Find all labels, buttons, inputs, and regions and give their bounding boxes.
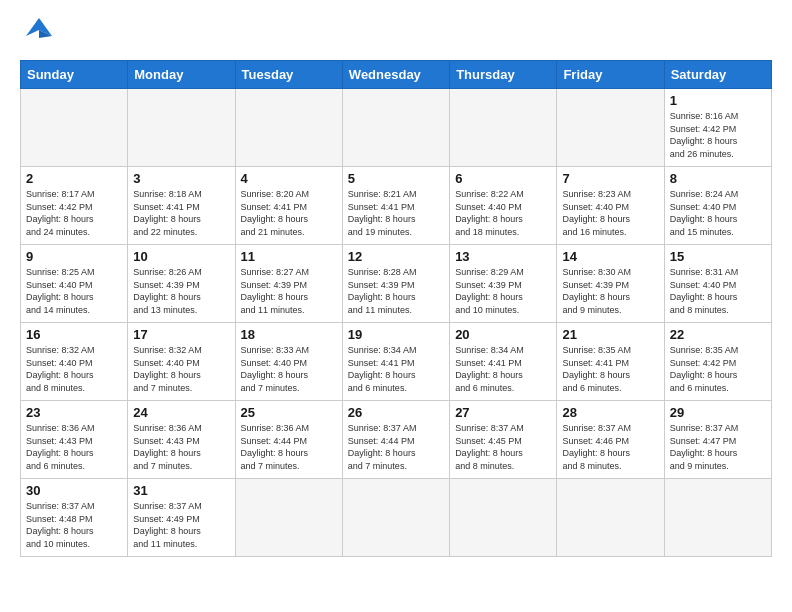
day-info: Sunrise: 8:27 AM Sunset: 4:39 PM Dayligh… — [241, 266, 337, 316]
day-number: 25 — [241, 405, 337, 420]
weekday-header-monday: Monday — [128, 61, 235, 89]
day-info: Sunrise: 8:25 AM Sunset: 4:40 PM Dayligh… — [26, 266, 122, 316]
day-info: Sunrise: 8:32 AM Sunset: 4:40 PM Dayligh… — [133, 344, 229, 394]
calendar-cell — [557, 89, 664, 167]
calendar-cell — [450, 89, 557, 167]
day-info: Sunrise: 8:16 AM Sunset: 4:42 PM Dayligh… — [670, 110, 766, 160]
day-info: Sunrise: 8:31 AM Sunset: 4:40 PM Dayligh… — [670, 266, 766, 316]
calendar-cell — [128, 89, 235, 167]
calendar-cell: 22Sunrise: 8:35 AM Sunset: 4:42 PM Dayli… — [664, 323, 771, 401]
calendar-cell: 16Sunrise: 8:32 AM Sunset: 4:40 PM Dayli… — [21, 323, 128, 401]
day-info: Sunrise: 8:37 AM Sunset: 4:45 PM Dayligh… — [455, 422, 551, 472]
page-container: SundayMondayTuesdayWednesdayThursdayFrid… — [0, 0, 792, 612]
calendar-cell: 25Sunrise: 8:36 AM Sunset: 4:44 PM Dayli… — [235, 401, 342, 479]
day-info: Sunrise: 8:35 AM Sunset: 4:41 PM Dayligh… — [562, 344, 658, 394]
day-number: 15 — [670, 249, 766, 264]
day-info: Sunrise: 8:21 AM Sunset: 4:41 PM Dayligh… — [348, 188, 444, 238]
calendar-cell: 1Sunrise: 8:16 AM Sunset: 4:42 PM Daylig… — [664, 89, 771, 167]
day-info: Sunrise: 8:36 AM Sunset: 4:43 PM Dayligh… — [26, 422, 122, 472]
calendar-cell: 31Sunrise: 8:37 AM Sunset: 4:49 PM Dayli… — [128, 479, 235, 557]
day-info: Sunrise: 8:36 AM Sunset: 4:44 PM Dayligh… — [241, 422, 337, 472]
calendar-row: 2Sunrise: 8:17 AM Sunset: 4:42 PM Daylig… — [21, 167, 772, 245]
calendar-table: SundayMondayTuesdayWednesdayThursdayFrid… — [20, 60, 772, 557]
calendar-cell: 13Sunrise: 8:29 AM Sunset: 4:39 PM Dayli… — [450, 245, 557, 323]
calendar-cell: 27Sunrise: 8:37 AM Sunset: 4:45 PM Dayli… — [450, 401, 557, 479]
day-number: 17 — [133, 327, 229, 342]
calendar-cell — [664, 479, 771, 557]
day-number: 11 — [241, 249, 337, 264]
day-info: Sunrise: 8:32 AM Sunset: 4:40 PM Dayligh… — [26, 344, 122, 394]
weekday-header-row: SundayMondayTuesdayWednesdayThursdayFrid… — [21, 61, 772, 89]
calendar-cell: 23Sunrise: 8:36 AM Sunset: 4:43 PM Dayli… — [21, 401, 128, 479]
weekday-header-sunday: Sunday — [21, 61, 128, 89]
day-info: Sunrise: 8:24 AM Sunset: 4:40 PM Dayligh… — [670, 188, 766, 238]
day-number: 10 — [133, 249, 229, 264]
calendar-cell: 21Sunrise: 8:35 AM Sunset: 4:41 PM Dayli… — [557, 323, 664, 401]
calendar-row: 1Sunrise: 8:16 AM Sunset: 4:42 PM Daylig… — [21, 89, 772, 167]
day-number: 9 — [26, 249, 122, 264]
calendar-cell: 18Sunrise: 8:33 AM Sunset: 4:40 PM Dayli… — [235, 323, 342, 401]
day-number: 4 — [241, 171, 337, 186]
calendar-cell: 3Sunrise: 8:18 AM Sunset: 4:41 PM Daylig… — [128, 167, 235, 245]
calendar-cell: 8Sunrise: 8:24 AM Sunset: 4:40 PM Daylig… — [664, 167, 771, 245]
day-info: Sunrise: 8:23 AM Sunset: 4:40 PM Dayligh… — [562, 188, 658, 238]
calendar-cell: 4Sunrise: 8:20 AM Sunset: 4:41 PM Daylig… — [235, 167, 342, 245]
day-number: 22 — [670, 327, 766, 342]
calendar-cell: 2Sunrise: 8:17 AM Sunset: 4:42 PM Daylig… — [21, 167, 128, 245]
calendar-cell — [342, 479, 449, 557]
weekday-header-saturday: Saturday — [664, 61, 771, 89]
day-info: Sunrise: 8:33 AM Sunset: 4:40 PM Dayligh… — [241, 344, 337, 394]
day-number: 2 — [26, 171, 122, 186]
weekday-header-wednesday: Wednesday — [342, 61, 449, 89]
calendar-cell: 14Sunrise: 8:30 AM Sunset: 4:39 PM Dayli… — [557, 245, 664, 323]
day-number: 31 — [133, 483, 229, 498]
calendar-cell — [21, 89, 128, 167]
day-number: 20 — [455, 327, 551, 342]
day-number: 14 — [562, 249, 658, 264]
day-number: 28 — [562, 405, 658, 420]
day-info: Sunrise: 8:34 AM Sunset: 4:41 PM Dayligh… — [348, 344, 444, 394]
day-info: Sunrise: 8:37 AM Sunset: 4:47 PM Dayligh… — [670, 422, 766, 472]
day-number: 26 — [348, 405, 444, 420]
calendar-cell: 19Sunrise: 8:34 AM Sunset: 4:41 PM Dayli… — [342, 323, 449, 401]
calendar-cell: 6Sunrise: 8:22 AM Sunset: 4:40 PM Daylig… — [450, 167, 557, 245]
calendar-cell: 10Sunrise: 8:26 AM Sunset: 4:39 PM Dayli… — [128, 245, 235, 323]
day-number: 18 — [241, 327, 337, 342]
day-number: 29 — [670, 405, 766, 420]
calendar-cell — [557, 479, 664, 557]
day-number: 19 — [348, 327, 444, 342]
day-number: 30 — [26, 483, 122, 498]
calendar-cell: 29Sunrise: 8:37 AM Sunset: 4:47 PM Dayli… — [664, 401, 771, 479]
day-number: 5 — [348, 171, 444, 186]
calendar-cell — [235, 479, 342, 557]
calendar-cell: 30Sunrise: 8:37 AM Sunset: 4:48 PM Dayli… — [21, 479, 128, 557]
day-info: Sunrise: 8:17 AM Sunset: 4:42 PM Dayligh… — [26, 188, 122, 238]
calendar-cell: 26Sunrise: 8:37 AM Sunset: 4:44 PM Dayli… — [342, 401, 449, 479]
calendar-cell — [235, 89, 342, 167]
calendar-row: 23Sunrise: 8:36 AM Sunset: 4:43 PM Dayli… — [21, 401, 772, 479]
calendar-cell: 17Sunrise: 8:32 AM Sunset: 4:40 PM Dayli… — [128, 323, 235, 401]
day-info: Sunrise: 8:35 AM Sunset: 4:42 PM Dayligh… — [670, 344, 766, 394]
day-info: Sunrise: 8:26 AM Sunset: 4:39 PM Dayligh… — [133, 266, 229, 316]
calendar-cell: 15Sunrise: 8:31 AM Sunset: 4:40 PM Dayli… — [664, 245, 771, 323]
day-info: Sunrise: 8:20 AM Sunset: 4:41 PM Dayligh… — [241, 188, 337, 238]
header — [20, 16, 772, 50]
day-number: 24 — [133, 405, 229, 420]
calendar-cell: 12Sunrise: 8:28 AM Sunset: 4:39 PM Dayli… — [342, 245, 449, 323]
calendar-row: 9Sunrise: 8:25 AM Sunset: 4:40 PM Daylig… — [21, 245, 772, 323]
day-number: 13 — [455, 249, 551, 264]
weekday-header-thursday: Thursday — [450, 61, 557, 89]
calendar-cell — [450, 479, 557, 557]
day-info: Sunrise: 8:37 AM Sunset: 4:49 PM Dayligh… — [133, 500, 229, 550]
calendar-cell: 5Sunrise: 8:21 AM Sunset: 4:41 PM Daylig… — [342, 167, 449, 245]
day-info: Sunrise: 8:34 AM Sunset: 4:41 PM Dayligh… — [455, 344, 551, 394]
day-info: Sunrise: 8:30 AM Sunset: 4:39 PM Dayligh… — [562, 266, 658, 316]
calendar-cell — [342, 89, 449, 167]
day-number: 6 — [455, 171, 551, 186]
day-info: Sunrise: 8:29 AM Sunset: 4:39 PM Dayligh… — [455, 266, 551, 316]
day-number: 7 — [562, 171, 658, 186]
day-info: Sunrise: 8:37 AM Sunset: 4:44 PM Dayligh… — [348, 422, 444, 472]
weekday-header-tuesday: Tuesday — [235, 61, 342, 89]
day-info: Sunrise: 8:28 AM Sunset: 4:39 PM Dayligh… — [348, 266, 444, 316]
logo-bird-icon — [24, 16, 54, 50]
